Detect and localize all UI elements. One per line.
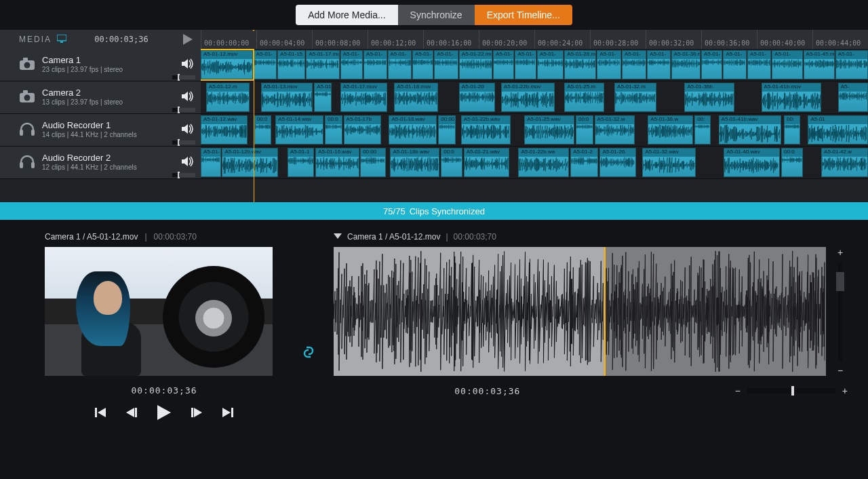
clip[interactable]: A5-01-32.wav	[642, 148, 696, 177]
waveform-canvas[interactable]	[334, 247, 826, 376]
speaker-icon[interactable]	[182, 91, 194, 104]
clip[interactable]: A5-01-	[515, 50, 536, 79]
track-lane[interactable]: A5-01-A5-01-12b.wavA5-01-1A5-01-16.wav00…	[201, 147, 868, 178]
clip[interactable]: A5-01-	[701, 50, 722, 79]
clip[interactable]: A5-01-22b.mov	[501, 83, 555, 112]
clip[interactable]: A5-01-22b.wav	[461, 115, 511, 145]
clip[interactable]: A5-01-20	[459, 83, 495, 112]
hzoom-in-icon[interactable]: +	[842, 385, 848, 396]
export-timeline-button[interactable]: Export Timeline...	[475, 5, 572, 25]
chevron-down-icon[interactable]	[334, 232, 342, 242]
clip[interactable]: A5-01-36b.	[684, 83, 734, 112]
volume-slider[interactable]	[172, 173, 195, 177]
clip[interactable]: A5-01-	[254, 50, 277, 79]
clip[interactable]: A5-01	[808, 115, 868, 145]
play-button[interactable]	[157, 405, 171, 422]
clip[interactable]: A5-01-	[201, 148, 221, 177]
track-header[interactable]: Audio Recorder 212 clips | 44.1 KHz | 2 …	[0, 147, 201, 178]
clip[interactable]: A5-01-12.wav	[201, 115, 248, 145]
clip[interactable]: A5-01-12b.wav	[222, 148, 278, 177]
link-icon[interactable]	[301, 345, 316, 362]
clip[interactable]: A5-01-13.mov	[261, 83, 313, 112]
clip[interactable]: A5-01-28.mov	[564, 50, 596, 79]
clip[interactable]: A5-01-45.m	[804, 50, 835, 79]
track-header[interactable]: Audio Recorder 114 clips | 44.1 KHz | 2 …	[0, 114, 201, 146]
clip[interactable]: A5-01-	[537, 50, 564, 79]
clip[interactable]: A5-01-15.	[277, 50, 305, 79]
track-lane[interactable]: A5-01-12.wav00:0A5-01-14.wav00:0A5-01-17…	[201, 114, 868, 146]
speaker-icon[interactable]	[182, 156, 194, 170]
clip[interactable]: A5-01	[314, 83, 332, 112]
clip[interactable]: A5-01-	[835, 50, 868, 79]
vertical-zoom-slider[interactable]: + −	[833, 247, 848, 376]
step-forward-button[interactable]	[191, 405, 202, 422]
track-header[interactable]: Camera 123 clips | 23.97 fps | stereo	[0, 49, 201, 81]
add-media-button[interactable]: Add More Media...	[296, 5, 397, 25]
clip[interactable]: A5-01-1	[288, 148, 314, 177]
clip[interactable]: A5-01-	[747, 50, 771, 79]
track-lane[interactable]: A5-01-12.movA5-01-A5-01-15.A5-01-17.movA…	[201, 49, 868, 81]
clip[interactable]: A5-01-18.mov	[394, 83, 438, 112]
clip[interactable]: 00:	[694, 115, 711, 145]
clip[interactable]: A5-01-16.wav	[315, 148, 359, 177]
clip[interactable]: A5-01-22b.wa	[518, 148, 569, 177]
clip[interactable]: A5-01-	[597, 50, 620, 79]
step-back-button[interactable]	[126, 405, 137, 422]
clip[interactable]: A5-01-42.w	[821, 148, 868, 177]
timeline-ruler[interactable]: 00:00:00;0000:00:04;0000:00:08;0000:00:1…	[201, 30, 868, 49]
clip[interactable]: A5-01-36.w	[648, 115, 693, 145]
clip[interactable]: A5-01-12.m	[206, 83, 250, 112]
clip[interactable]: A5-01-	[363, 50, 387, 79]
go-to-start-button[interactable]	[95, 405, 106, 422]
clip[interactable]: A5-01-	[434, 50, 458, 79]
clip[interactable]: 00:0	[325, 115, 342, 145]
clip[interactable]: A5-01-40.wav	[724, 148, 780, 177]
clip[interactable]: A5-01-12.mov	[201, 50, 253, 79]
volume-slider[interactable]	[172, 75, 195, 79]
clip[interactable]: A5-01-25.wav	[524, 115, 574, 145]
clip[interactable]: A5-01-14.wav	[275, 115, 323, 145]
clip[interactable]: 00:0	[576, 115, 593, 145]
clip[interactable]: A5-01-	[647, 50, 670, 79]
clip[interactable]: A5-01-18.wav	[389, 115, 437, 145]
waveform-cursor[interactable]	[604, 247, 606, 376]
clip[interactable]: A5-01-	[622, 50, 646, 79]
clip[interactable]: 00:	[784, 115, 800, 145]
clip[interactable]: A5-01-	[723, 50, 746, 79]
clip[interactable]: A5-01-41b.mov	[762, 83, 822, 112]
monitor-icon[interactable]	[57, 35, 66, 45]
preview-frame[interactable]	[45, 247, 273, 376]
clip[interactable]: A5-01-17b	[344, 115, 381, 145]
clip[interactable]: A5-01-18b.wav	[390, 148, 439, 177]
clip[interactable]: A5-01-41b.wav	[719, 115, 781, 145]
clip[interactable]: 00:0	[441, 148, 462, 177]
clip[interactable]: A5-01-32.m	[614, 83, 656, 112]
clip[interactable]: A5-01-17.mov	[306, 50, 339, 79]
clip[interactable]: 00:00	[438, 115, 456, 145]
speaker-icon[interactable]	[182, 58, 194, 72]
synchronize-button[interactable]: Synchronize	[398, 5, 475, 25]
clip[interactable]: A5-01-26.	[599, 148, 635, 177]
clip[interactable]: A5-01-21.wav	[464, 148, 509, 177]
header-play-button[interactable]	[183, 34, 193, 45]
clip[interactable]: 00:0	[781, 148, 802, 177]
go-to-end-button[interactable]	[222, 405, 233, 422]
clip[interactable]: 00:00	[360, 148, 385, 177]
track-header[interactable]: Camera 213 clips | 23.97 fps | stereo	[0, 81, 201, 113]
clip[interactable]: A5-01-2	[570, 148, 598, 177]
clip[interactable]: A5-01-17.mov	[340, 83, 387, 112]
clip[interactable]: A5-	[838, 83, 868, 112]
clip[interactable]: A5-01-25.m	[564, 83, 604, 112]
track-lane[interactable]: A5-01-12.mA5-01-13.movA5-01A5-01-17.movA…	[201, 81, 868, 113]
hzoom-out-icon[interactable]: −	[735, 385, 741, 396]
clip[interactable]: A5-01-22.mov	[459, 50, 492, 79]
clip[interactable]: 00:0	[254, 115, 272, 145]
clip[interactable]: A5-01-	[493, 50, 514, 79]
zoom-out-icon[interactable]: −	[837, 365, 843, 376]
speaker-icon[interactable]	[182, 123, 194, 137]
clip[interactable]: A5-01-	[340, 50, 363, 79]
clip[interactable]: A5-01-	[412, 50, 433, 79]
volume-slider[interactable]	[172, 140, 195, 145]
horizontal-zoom-slider[interactable]: − +	[735, 385, 848, 396]
clip[interactable]: A5-01-36.m	[671, 50, 701, 79]
